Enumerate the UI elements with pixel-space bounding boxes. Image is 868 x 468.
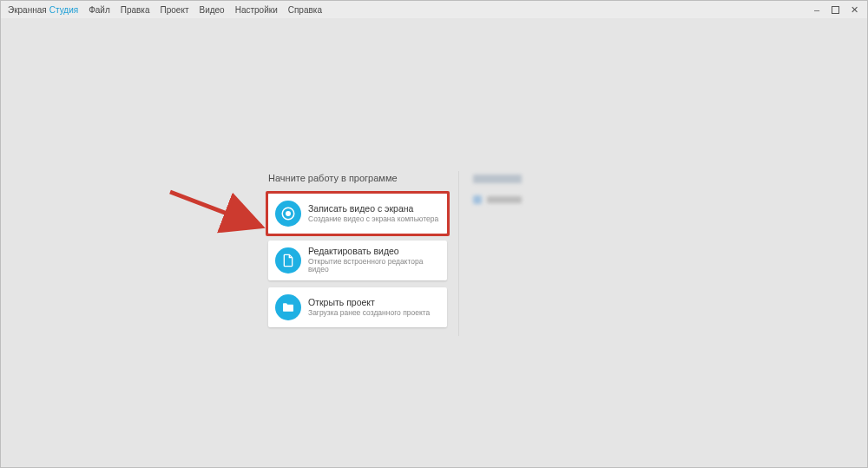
recent-item[interactable] xyxy=(473,195,542,204)
menu-video[interactable]: Видео xyxy=(199,5,224,15)
card-open-subtitle: Загрузка ранее созданного проекта xyxy=(308,309,430,317)
window-maximize-button[interactable] xyxy=(832,6,839,14)
window-controls xyxy=(811,3,860,16)
menu-edit[interactable]: Правка xyxy=(121,5,150,15)
card-open-text: Открыть проект Загрузка ранее созданного… xyxy=(308,298,430,317)
card-record-screen[interactable]: Записать видео с экрана Создание видео с… xyxy=(268,194,447,234)
start-screen: Начните работу в программе Записать виде… xyxy=(1,18,867,467)
card-edit-text: Редактировать видео Открытие встроенного… xyxy=(308,247,440,274)
start-actions-panel: Начните работу в программе Записать виде… xyxy=(268,173,447,334)
brand-word-2: Студия xyxy=(49,5,78,15)
svg-point-1 xyxy=(286,211,291,216)
folder-icon xyxy=(275,294,301,320)
card-open-title: Открыть проект xyxy=(308,298,430,308)
annotation-arrow xyxy=(166,185,279,246)
vertical-divider xyxy=(458,171,459,336)
card-record-subtitle: Создание видео с экрана компьютера xyxy=(308,215,438,223)
card-edit-video[interactable]: Редактировать видео Открытие встроенного… xyxy=(268,241,447,280)
menubar: Экранная Студия Файл Правка Проект Видео… xyxy=(1,1,867,18)
menu-file[interactable]: Файл xyxy=(89,5,110,15)
card-edit-subtitle: Открытие встроенного редактора видео xyxy=(308,258,440,274)
menu-settings[interactable]: Настройки xyxy=(235,5,278,15)
menu-help[interactable]: Справка xyxy=(288,5,322,15)
recent-header xyxy=(473,175,542,183)
window-close-button[interactable] xyxy=(848,3,860,16)
card-edit-title: Редактировать видео xyxy=(308,247,440,257)
start-title: Начните работу в программе xyxy=(268,173,447,183)
menu-project[interactable]: Проект xyxy=(161,5,189,15)
brand-word-1: Экранная xyxy=(8,5,47,15)
window-minimize-button[interactable] xyxy=(811,3,823,16)
record-icon xyxy=(275,201,301,227)
app-brand: Экранная Студия xyxy=(8,5,78,15)
card-open-project[interactable]: Открыть проект Загрузка ранее созданного… xyxy=(268,287,447,327)
card-record-text: Записать видео с экрана Создание видео с… xyxy=(308,204,438,223)
document-icon xyxy=(275,247,301,274)
svg-line-2 xyxy=(170,192,261,227)
card-record-title: Записать видео с экрана xyxy=(308,204,438,214)
recent-files-list xyxy=(473,175,542,216)
